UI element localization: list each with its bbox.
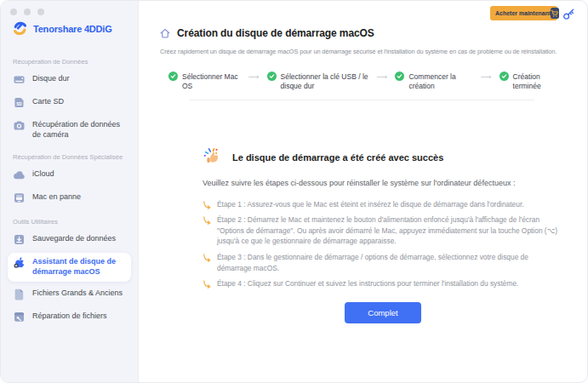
instruction-step-text: Étape 2 : Démarrez le Mac et maintenez l…	[217, 214, 559, 247]
sidebar-item-label: Disque dur	[32, 74, 70, 84]
wizard-step-label: Commencer la création	[408, 72, 472, 90]
page-subtitle: Créez rapidement un disque de démarrage …	[160, 48, 582, 55]
arrow-right-icon: ⟶	[481, 72, 492, 81]
wizard-step-label: Sélectionner Mac OS	[182, 72, 241, 90]
instruction-step-text: Étape 4 : Cliquez sur Continuer et suive…	[217, 278, 559, 289]
sidebar-item-label: Fichiers Grands & Anciens	[32, 289, 123, 299]
wizard-step-1: Sélectionner Mac OS	[168, 71, 241, 90]
sidebar-item-label: Récupération de données de caméra	[32, 120, 126, 140]
sidebar-item-reparation-fichiers[interactable]: Réparation de fichiers	[8, 307, 131, 328]
instruction-step-text: Étape 1 : Assurez-vous que le Mac est ét…	[217, 199, 559, 210]
close-button[interactable]	[10, 9, 17, 15]
sidebar-section-title: Outils Utilitaires	[13, 218, 126, 226]
wizard-step-label: Sélectionner la clé USB / le disque dur	[281, 72, 369, 90]
svg-text:SD: SD	[16, 102, 22, 106]
arrow-right-icon: ⟶	[248, 72, 260, 81]
success-intro: Veuillez suivre les étapes ci-dessous po…	[203, 178, 519, 190]
sidebar-item-label: Assistant de disque de démarrage macOS	[32, 257, 126, 277]
mac-crash-icon	[13, 192, 26, 204]
wizard-step-4: Création terminée	[500, 71, 562, 90]
check-circle-icon	[267, 71, 277, 81]
zoom-button[interactable]	[37, 9, 44, 15]
check-circle-icon	[395, 71, 404, 81]
apple-boot-disk-icon	[13, 256, 26, 269]
key-register-icon[interactable]	[562, 8, 575, 20]
divider	[190, 100, 534, 100]
data-backup-icon	[13, 233, 26, 246]
sd-card-icon: SD	[13, 96, 26, 109]
app-logo: Tenorshare 4DDiG	[12, 20, 112, 37]
instruction-steps: Étape 1 : Assurez-vous que le Mac est ét…	[203, 199, 563, 289]
wizard-step-3: Commencer la création	[395, 71, 472, 90]
buy-now-label: Acheter maintenant	[495, 10, 551, 16]
curved-arrow-icon	[203, 280, 211, 289]
app-window: Tenorshare 4DDiG Récupération de Données…	[0, 0, 588, 383]
complete-button[interactable]: Complet	[345, 302, 421, 323]
page-header: Création du disque de démarrage macOS	[159, 27, 374, 39]
sidebar-item-label: iCloud	[32, 169, 54, 180]
check-circle-icon	[168, 71, 178, 81]
minimize-button[interactable]	[24, 9, 31, 15]
cart-icon	[551, 8, 559, 19]
logo-icon	[12, 20, 28, 37]
buy-now-button[interactable]: Acheter maintenant	[490, 6, 557, 20]
sidebar: Tenorshare 4DDiG Récupération de Données…	[1, 1, 139, 382]
window-controls	[10, 9, 44, 15]
curved-arrow-icon	[203, 201, 211, 209]
success-header: Le disque de démarrage a été créé avec s…	[203, 146, 563, 169]
icloud-icon	[13, 169, 26, 181]
arrow-right-icon: ⟶	[377, 72, 388, 81]
page-title: Création du disque de démarrage macOS	[177, 27, 374, 39]
hard-drive-icon	[13, 73, 26, 86]
sidebar-item-icloud[interactable]: iCloud	[8, 165, 131, 186]
instruction-step-text: Étape 3 : Dans le gestionnaire de démarr…	[217, 252, 559, 273]
celebration-thumbs-up-icon	[203, 146, 225, 169]
wizard-step-2: Sélectionner la clé USB / le disque dur	[267, 71, 369, 90]
instruction-step-1: Étape 1 : Assurez-vous que le Mac est ét…	[203, 199, 563, 210]
instruction-step-2: Étape 2 : Démarrez le Mac et maintenez l…	[203, 214, 563, 247]
file-repair-icon	[13, 311, 26, 323]
sidebar-item-carte-sd[interactable]: SD Carte SD	[8, 93, 131, 113]
sidebar-section-title: Récupération de Données	[13, 58, 126, 66]
large-old-files-icon	[13, 288, 26, 300]
sidebar-item-disque-dur[interactable]: Disque dur	[8, 70, 131, 90]
app-title: Tenorshare 4DDiG	[33, 24, 112, 34]
success-panel: Le disque de démarrage a été créé avec s…	[203, 146, 563, 323]
camera-icon	[13, 119, 26, 132]
sidebar-nav: Récupération de Données Disque dur SD Ca…	[1, 49, 138, 330]
instruction-step-4: Étape 4 : Cliquez sur Continuer et suive…	[203, 278, 563, 289]
sidebar-item-mac-en-panne[interactable]: Mac en panne	[8, 188, 131, 209]
home-icon[interactable]	[159, 27, 171, 39]
wizard-step-label: Création terminée	[513, 72, 562, 90]
curved-arrow-icon	[203, 216, 211, 225]
check-circle-icon	[500, 71, 509, 81]
sidebar-item-label: Mac en panne	[32, 192, 81, 203]
sidebar-section-title: Récupération de Données Spécialisée	[13, 153, 126, 161]
sidebar-item-label: Sauvegarde de données	[32, 234, 116, 244]
instruction-step-3: Étape 3 : Dans le gestionnaire de démarr…	[203, 252, 563, 273]
sidebar-item-assistant-disque-demarrage[interactable]: Assistant de disque de démarrage macOS	[8, 253, 131, 281]
curved-arrow-icon	[203, 254, 211, 262]
sidebar-item-label: Carte SD	[32, 97, 64, 107]
sidebar-item-label: Réparation de fichiers	[32, 312, 107, 322]
sidebar-item-sauvegarde[interactable]: Sauvegarde de données	[8, 230, 131, 250]
success-title: Le disque de démarrage a été créé avec s…	[232, 152, 443, 163]
sidebar-item-fichiers-grands-anciens[interactable]: Fichiers Grands & Anciens	[8, 284, 131, 305]
sidebar-item-recuperation-camera[interactable]: Récupération de données de caméra	[8, 116, 131, 144]
wizard-steps: Sélectionner Mac OS ⟶ Sélectionner la cl…	[168, 71, 562, 90]
